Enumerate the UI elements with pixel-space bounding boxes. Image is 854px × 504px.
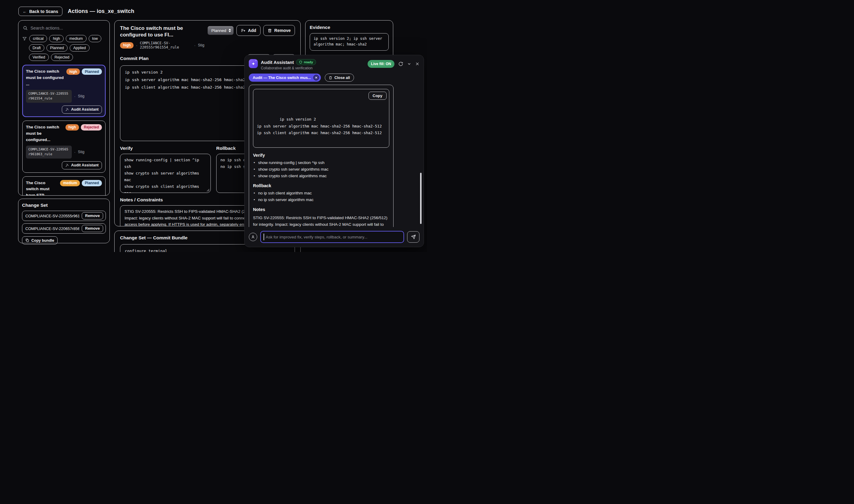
- severity-filter-chip[interactable]: high: [49, 35, 64, 42]
- severity-filters: criticalhighmediumlow: [29, 35, 101, 42]
- change-set-panel: Change Set COMPLIANCE-SV-220555r9615... …: [18, 199, 110, 243]
- send-button[interactable]: [407, 231, 420, 242]
- severity-filter-chip[interactable]: critical: [29, 35, 47, 42]
- ready-status-badge: ready: [296, 59, 316, 65]
- assistant-header: ✦ + Audit Assistant ready Collaborative …: [245, 55, 424, 70]
- audit-assistant-label: Audit Assistant: [71, 107, 99, 111]
- arrow-left-icon: ←: [23, 9, 27, 14]
- change-set-heading: Change Set: [22, 202, 106, 208]
- filter-funnel-icon: [22, 36, 27, 41]
- ready-label: ready: [304, 60, 313, 64]
- session-tab-label: Audit — The Cisco switch mus...: [253, 76, 311, 80]
- verify-heading: Verify: [120, 146, 211, 151]
- scrollbar-thumb[interactable]: [420, 173, 422, 224]
- severity-badge: high: [120, 42, 134, 49]
- action-card[interactable]: The Cisco switch must have STP... medium…: [22, 176, 106, 196]
- close-all-label: Close all: [334, 76, 350, 80]
- verify-item: show running-config | section ^ip ssh: [253, 160, 389, 165]
- status-filter-chip[interactable]: Draft: [29, 44, 44, 52]
- assistant-avatar: ✦ +: [249, 59, 258, 68]
- action-title: The Cisco switch must be configured to u…: [120, 25, 204, 38]
- refresh-button[interactable]: [398, 61, 403, 66]
- search-actions-input[interactable]: Search actions...: [22, 24, 106, 31]
- audit-assistant-button[interactable]: Audit Assistant: [62, 161, 102, 169]
- rule-id-chip: COMPLIANCE-SV-220555r961554_rule: [26, 90, 72, 103]
- change-set-item: COMPLIANCE-SV-220657r8562... Remove: [22, 223, 106, 234]
- status-filter-chip[interactable]: Rejected: [51, 54, 73, 61]
- severity-badge: high: [66, 68, 80, 75]
- user-avatar: [249, 233, 257, 241]
- action-card-title: The Cisco switch must be configured...: [26, 124, 63, 143]
- close-button[interactable]: [415, 62, 420, 66]
- resize-grip-icon[interactable]: [207, 189, 210, 192]
- close-all-button[interactable]: Close all: [325, 74, 354, 82]
- status-badge: Planned: [82, 180, 102, 186]
- actions-sidebar: Search actions... criticalhighmediumlow …: [18, 20, 110, 196]
- evidence-code[interactable]: ip ssh version 2; ip ssh server algorith…: [310, 33, 389, 51]
- remove-label: Remove: [274, 28, 291, 33]
- assistant-subtitle: Collaborative audit & verification: [261, 66, 368, 70]
- source-label: Stig: [198, 43, 204, 47]
- status-select-value: Planned: [211, 28, 227, 33]
- assistant-input-row: [245, 228, 424, 247]
- assistant-notes-heading: Notes: [253, 207, 389, 212]
- back-label: Back to Scans: [29, 9, 58, 14]
- action-card[interactable]: The Cisco switch must be configured ... …: [22, 65, 106, 117]
- trash-icon: [267, 28, 272, 33]
- collapse-button[interactable]: [407, 62, 411, 66]
- audit-assistant-panel: ✦ + Audit Assistant ready Collaborative …: [244, 55, 424, 247]
- back-to-scans-button[interactable]: ← Back to Scans: [18, 7, 63, 16]
- shield-icon: [299, 60, 302, 64]
- search-placeholder: Search actions...: [31, 25, 63, 31]
- status-filter-chip[interactable]: Planned: [47, 44, 68, 52]
- rule-id-chip: COMPLIANCE-SV-220565r961863_rule: [26, 146, 72, 159]
- sparkle-icon: ✦: [251, 61, 255, 66]
- person-icon: [251, 235, 255, 239]
- source-label: Stig: [78, 150, 85, 154]
- search-icon: [23, 25, 28, 31]
- verify-code[interactable]: show running-config | section ^ip ssh sh…: [120, 154, 211, 193]
- audit-assistant-label: Audit Assistant: [71, 163, 99, 167]
- status-filter-chip[interactable]: Applied: [70, 44, 90, 52]
- severity-filter-chip[interactable]: medium: [66, 35, 86, 42]
- add-label: Add: [248, 28, 256, 33]
- session-tab[interactable]: Audit — The Cisco switch mus... ✕: [249, 74, 321, 82]
- list-plus-icon: [241, 28, 246, 33]
- evidence-heading: Evidence: [310, 25, 389, 30]
- assistant-verify-list: show running-config | section ^ip sshsho…: [253, 160, 389, 178]
- source-label: Stig: [78, 94, 85, 98]
- assistant-rollback-list: no ip ssh client algorithm macno ip ssh …: [253, 191, 389, 202]
- remove-button[interactable]: Remove: [263, 25, 295, 36]
- copy-icon: [25, 238, 29, 242]
- copy-bundle-button[interactable]: Copy bundle: [22, 236, 58, 245]
- assistant-rollback-heading: Rollback: [253, 183, 389, 188]
- assistant-conversation[interactable]: Copy ip ssh version 2 ip ssh server algo…: [249, 85, 420, 227]
- assistant-chat-input[interactable]: [260, 231, 404, 243]
- status-filter-chip[interactable]: Verified: [29, 54, 49, 61]
- paper-plane-icon: [411, 235, 416, 239]
- assistant-message: Copy ip ssh version 2 ip ssh server algo…: [249, 85, 393, 227]
- change-set-remove-button[interactable]: Remove: [82, 212, 103, 219]
- audit-assistant-button[interactable]: Audit Assistant: [62, 106, 102, 114]
- add-button[interactable]: Add: [236, 25, 260, 36]
- change-set-remove-button[interactable]: Remove: [82, 225, 103, 232]
- action-card[interactable]: The Cisco switch must be configured... h…: [22, 121, 106, 173]
- text-caret: [264, 234, 264, 240]
- assistant-title: Audit Assistant: [261, 60, 294, 65]
- change-set-items: COMPLIANCE-SV-220555r9615... Remove COMP…: [22, 211, 106, 234]
- wand-sparkles-icon: [65, 108, 69, 111]
- assistant-session-tabs: Audit — The Cisco switch mus... ✕ Close …: [245, 70, 424, 82]
- copy-code-button[interactable]: Copy: [369, 92, 387, 100]
- rollback-item: no ip ssh client algorithm mac: [253, 191, 389, 195]
- assistant-code: ip ssh version 2 ip ssh server algorithm…: [257, 117, 382, 135]
- severity-filter-chip[interactable]: low: [89, 35, 102, 42]
- status-badge: Rejected: [81, 124, 102, 130]
- sparkle-plus-icon: +: [255, 60, 256, 62]
- status-select[interactable]: Planned: [208, 26, 234, 35]
- verify-item: show crypto ssh client algorithms mac: [253, 174, 389, 178]
- dot-separator: ·: [194, 43, 195, 48]
- refresh-icon: [398, 61, 403, 66]
- x-circle-icon[interactable]: ✕: [313, 75, 319, 80]
- live-fill-toggle[interactable]: Live fill: ON: [368, 60, 394, 68]
- trash-icon: [329, 76, 332, 79]
